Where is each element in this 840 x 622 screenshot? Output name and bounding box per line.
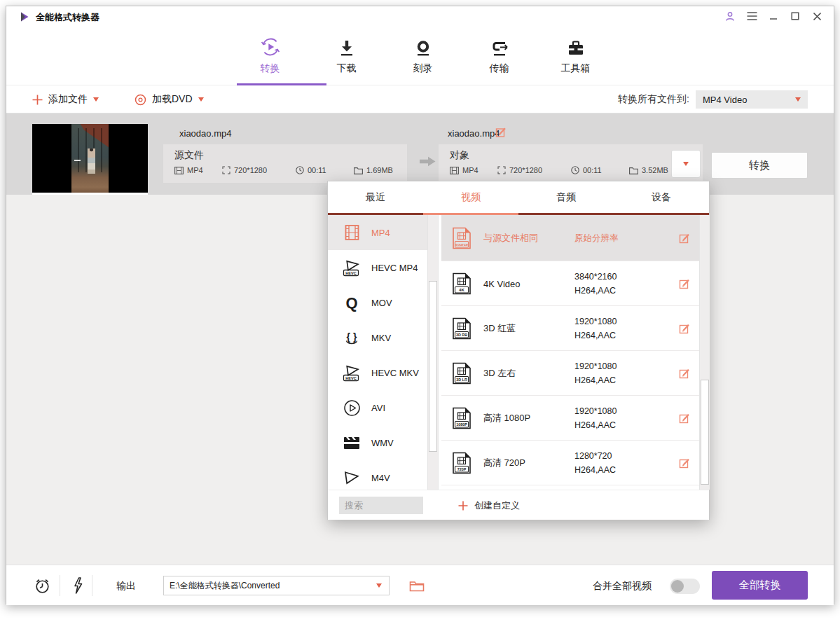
target-card-title: 对象 xyxy=(450,149,469,162)
source-card-title: 源文件 xyxy=(174,149,204,162)
format-item-mov[interactable]: Q MOV xyxy=(328,285,427,320)
format-label: WMV xyxy=(371,438,394,448)
popup-tab-audio[interactable]: 音频 xyxy=(518,181,614,213)
svg-text:4K: 4K xyxy=(459,287,464,292)
preset-search-input[interactable] xyxy=(339,497,423,514)
nav-item-download[interactable]: 下载 xyxy=(308,32,385,75)
toolbar: 添加文件 加载DVD 转换中 转换完成 转换所有文件到: MP4 Video xyxy=(6,85,834,113)
edit-preset-icon[interactable] xyxy=(679,367,691,379)
format-label: MOV xyxy=(371,298,392,308)
format-item-mp4[interactable]: MP4 xyxy=(328,215,427,250)
menu-icon[interactable] xyxy=(746,11,757,22)
create-custom-label: 创建自定义 xyxy=(474,499,520,512)
target-filename: xiaodao.mp4 xyxy=(448,128,500,139)
preset-row-4k[interactable]: 4K 4K Video 3840*2160H264,AAC xyxy=(441,261,699,306)
edit-preset-icon[interactable] xyxy=(679,412,691,424)
account-icon[interactable] xyxy=(724,11,736,22)
format-label: HEVC MP4 xyxy=(371,263,418,273)
convert-all-button[interactable]: 全部转换 xyxy=(712,571,808,600)
edit-preset-icon[interactable] xyxy=(679,322,691,334)
format-meta: MP4 xyxy=(174,166,222,174)
preset-detail: 1280*720H264,AAC xyxy=(574,449,616,477)
scrollbar-thumb[interactable] xyxy=(701,380,709,485)
matroska-icon: { } xyxy=(341,329,362,347)
target-format-dropdown-button[interactable] xyxy=(671,150,701,178)
play-outline-icon xyxy=(341,469,362,486)
rename-edit-icon[interactable] xyxy=(495,126,507,138)
edit-preset-icon[interactable] xyxy=(679,457,691,469)
load-dvd-button[interactable]: 加载DVD xyxy=(135,85,204,113)
nav-item-burn[interactable]: 刻录 xyxy=(385,32,461,75)
popup-tab-recent[interactable]: 最近 xyxy=(328,181,423,213)
output-format-select[interactable]: MP4 Video xyxy=(696,90,808,109)
preset-name: 高清 1080P xyxy=(483,412,530,424)
source-info-card: 源文件 MP4 720*1280 00:11 1.69MB xyxy=(163,144,407,183)
preset-detail: 1920*1080H264,AAC xyxy=(574,404,617,432)
svg-text:HEVC: HEVC xyxy=(345,271,357,275)
format-item-m4v[interactable]: M4V xyxy=(328,460,427,490)
performance-lightning-icon[interactable] xyxy=(68,576,86,595)
nav-label: 下载 xyxy=(337,62,357,75)
preset-row-source[interactable]: source 与源文件相同 原始分辨率 xyxy=(441,215,699,261)
load-dvd-label: 加载DVD xyxy=(152,93,193,106)
preset-row-1080p[interactable]: 1080P 高清 1080P 1920*1080H264,AAC xyxy=(441,396,699,441)
convert-button[interactable]: 转换 xyxy=(711,152,808,179)
preset-row-720p[interactable]: 720P 高清 720P 1280*720H264,AAC xyxy=(441,441,699,485)
add-files-button[interactable]: 添加文件 xyxy=(32,85,99,113)
nav-label: 转换 xyxy=(261,62,280,75)
popup-tab-device[interactable]: 设备 xyxy=(614,181,709,213)
format-label: HEVC MKV xyxy=(371,368,419,378)
convert-icon xyxy=(260,35,281,57)
film-icon xyxy=(174,167,184,174)
preset-row-3d-lr[interactable]: 3D LR 3D 左右 1920*1080H264,AAC xyxy=(441,351,699,396)
app-logo-icon xyxy=(19,11,30,22)
schedule-alarm-icon[interactable] xyxy=(33,576,51,595)
plus-icon xyxy=(458,501,468,511)
format-item-avi[interactable]: AVI xyxy=(328,390,427,425)
edit-preset-icon[interactable] xyxy=(679,232,691,244)
preset-file-icon: source xyxy=(451,227,472,249)
transfer-icon xyxy=(490,35,509,57)
nav-label: 传输 xyxy=(490,62,509,75)
preset-detail: 原始分辨率 xyxy=(574,231,619,245)
edit-preset-icon[interactable] xyxy=(679,277,691,289)
format-item-mkv[interactable]: { } MKV xyxy=(328,320,427,355)
popup-bottom-bar: 创建自定义 xyxy=(328,490,709,520)
format-item-hevc-mkv[interactable]: HEVC HEVC MKV xyxy=(328,355,427,390)
format-item-wmv[interactable]: WMV xyxy=(328,425,427,460)
preset-name: 与源文件相同 xyxy=(483,232,538,244)
format-list-scrollbar[interactable] xyxy=(427,215,438,490)
video-thumbnail[interactable] xyxy=(32,124,148,193)
nav-item-toolbox[interactable]: 工具箱 xyxy=(537,32,614,75)
scrollbar-thumb[interactable] xyxy=(429,281,437,452)
resolution-meta: 720*1280 xyxy=(222,166,296,174)
preset-file-icon: 720P xyxy=(451,452,472,474)
burn-icon xyxy=(414,35,432,57)
format-label: MKV xyxy=(371,333,391,343)
preset-detail: 1920*1080H264,AAC xyxy=(574,315,617,343)
folder-icon xyxy=(354,167,363,174)
close-button[interactable] xyxy=(811,11,822,22)
preset-list-scrollbar[interactable] xyxy=(699,215,710,490)
caret-down-icon xyxy=(93,97,99,102)
format-item-hevc-mp4[interactable]: HEVC HEVC MP4 xyxy=(328,250,427,285)
preset-row-3d-rb[interactable]: 3D RB 3D 红蓝 1920*1080H264,AAC xyxy=(441,306,699,351)
caret-down-icon[interactable] xyxy=(376,583,382,588)
maximize-button[interactable] xyxy=(790,11,801,22)
open-folder-icon[interactable] xyxy=(408,576,426,595)
caret-down-icon xyxy=(683,162,689,166)
popup-tab-video[interactable]: 视频 xyxy=(423,181,518,213)
mp4-film-icon xyxy=(341,225,362,240)
create-custom-button[interactable]: 创建自定义 xyxy=(458,490,520,520)
merge-toggle[interactable] xyxy=(670,579,700,594)
output-path-input[interactable] xyxy=(163,576,390,595)
quicktime-q-icon: Q xyxy=(341,293,362,312)
popup-divider xyxy=(438,215,439,490)
minimize-button[interactable] xyxy=(768,11,779,22)
nav-item-transfer[interactable]: 传输 xyxy=(461,32,537,75)
nav-item-convert[interactable]: 转换 xyxy=(232,32,308,75)
play-circle-icon xyxy=(341,399,362,417)
preset-detail: 3840*2160H264,AAC xyxy=(574,270,617,298)
duration-meta: 00:11 xyxy=(296,166,354,174)
svg-text:1080P: 1080P xyxy=(456,422,467,426)
